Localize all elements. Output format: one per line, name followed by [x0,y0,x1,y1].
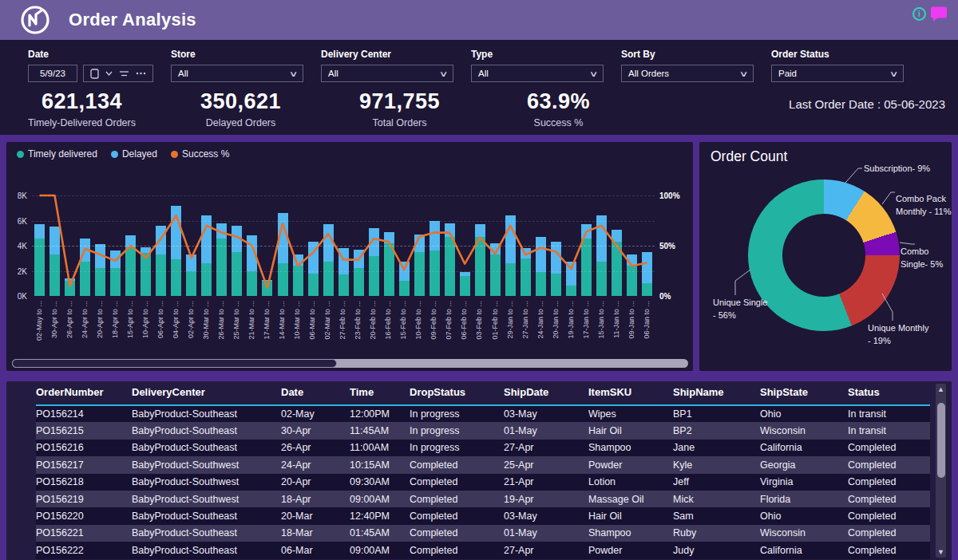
table-cell: 10:15AM [350,456,410,473]
column-header-date[interactable]: Date [281,381,350,405]
filter-store: StoreAll∨ [171,49,303,82]
x-axis-tick: 02-Mar to ... [321,301,336,357]
table-scrollbar-thumb[interactable] [937,403,945,478]
column-header-itemsku[interactable]: ItemSKU [588,381,673,405]
timely-segment [596,262,607,296]
chevron-down-icon[interactable] [105,71,113,76]
orders-table: OrderNumberDeliveryCenterDateTimeDropSta… [36,381,930,559]
delayed-segment [642,252,652,283]
x-axis-tick: 21-Mar to ... [244,301,259,357]
date-picker-tools[interactable] [83,65,153,82]
scroll-down-icon[interactable]: ▼ [936,546,946,558]
timely-segment [505,263,516,296]
gridline [32,246,655,246]
table-cell: Completed [848,525,930,542]
table-cell: Shampoo [588,440,673,456]
scroll-up-icon[interactable]: ▲ [936,384,946,395]
x-axis-tick: 19-Jan to ... [564,301,579,357]
date-input[interactable]: 5/9/23 [28,65,77,82]
kpi-success: 63.9%Success % [479,89,638,128]
table-row[interactable]: PO156216BabyProduct-Southeast26-Apr11:00… [36,440,930,456]
table-row[interactable]: PO156221BabyProduct-Southeast18-Mar01:45… [36,525,930,542]
table-row[interactable]: PO156219BabyProduct-Southwest18-Apr09:00… [36,491,930,507]
table-row[interactable]: PO156217BabyProduct-Southwest24-Apr10:15… [36,456,930,473]
legend-item-delayed[interactable]: Delayed [111,148,157,160]
filter-lines-icon[interactable] [119,70,129,77]
table-row[interactable]: PO156222BabyProduct-Southeast06-Mar09:00… [36,542,930,558]
timely-segment [323,262,334,296]
comment-icon[interactable] [930,6,948,22]
column-header-status[interactable]: Status [848,381,930,405]
column-header-shipstate[interactable]: ShipState [760,381,848,405]
column-header-shipdate[interactable]: ShipDate [504,381,588,405]
filter-sort-by-select[interactable]: All Orders∨ [621,65,754,82]
table-cell: Mick [673,491,760,507]
y2-axis-tick: 0% [659,292,693,301]
filter-order-status-select[interactable]: Paid∨ [771,65,904,82]
x-axis-tick: 15-Feb to ... [397,301,412,357]
legend-item-success[interactable]: Success % [171,148,229,160]
table-row[interactable]: PO156220BabyProduct-Southeast20-Mar12:40… [36,507,930,524]
x-axis-tick: 20-Apr to ... [93,301,108,357]
x-axis-tick: 10-Feb to ... [412,301,427,357]
table-scrollbar[interactable]: ▲ ▼ [936,384,946,558]
x-axis-tick: 04-Apr to ... [168,301,184,357]
table-cell: 03-May [504,507,588,524]
table-row[interactable]: PO156214BabyProduct-Southeast02-May12:00… [36,405,930,422]
table-cell: 30-Apr [281,422,350,439]
chart-zoom-slider[interactable] [12,359,688,368]
table-cell: Hair Oil [588,422,673,439]
table-cell: Ohio [760,405,848,422]
table-cell: BabyProduct-Southeast [132,542,281,558]
x-axis-tick: 10-Apr to ... [138,301,153,357]
x-axis-tick: 27-Feb to ... [336,301,351,357]
column-header-shipname[interactable]: ShipName [673,381,760,405]
table-row[interactable]: PO156215BabyProduct-Southeast30-Apr11:45… [36,422,930,439]
table-cell: Judy [673,542,760,558]
x-axis-tick: 20-Feb to ... [366,301,382,357]
chart-zoom-slider-range[interactable] [12,359,337,368]
legend-item-timely-delivered[interactable]: Timely delivered [17,148,97,160]
column-header-ordernumber[interactable]: OrderNumber [36,381,132,405]
table-cell: Completed [410,491,504,507]
table-cell: 11:00AM [350,440,410,456]
delayed-segment [505,215,516,263]
table-cell: Hair Oil [588,507,673,524]
filter-type-select[interactable]: All∨ [471,65,604,82]
x-axis-tick: 15-Apr to ... [123,301,138,357]
x-axis-tick: 02-May to ... [32,301,47,357]
selected-value: All [478,69,489,78]
timely-segment [34,239,45,296]
column-header-time[interactable]: Time [350,381,410,405]
ellipsis-icon[interactable] [136,72,146,75]
table-cell: 27-Apr [504,440,588,456]
table-cell: Virginia [760,474,848,491]
delayed-segment [186,254,196,270]
filter-delivery-center-select[interactable]: All∨ [321,65,453,82]
info-icon[interactable]: i [912,7,926,21]
delayed-segment [490,243,501,254]
table-cell: Jeff [673,474,760,491]
column-header-dropstatus[interactable]: DropStatus [410,381,504,405]
timely-segment [536,272,546,296]
chevron-down-icon: ∨ [438,69,448,78]
delayed-segment [369,228,379,256]
x-axis-tick: 18-Apr to ... [108,301,123,357]
delivery-trend-chart-panel: Timely deliveredDelayedSuccess % 8K6K4K2… [6,142,693,371]
table-cell: Wisconsin [760,525,848,542]
filter-store-select[interactable]: All∨ [171,65,303,82]
column-header-deliverycenter[interactable]: DeliveryCenter [132,381,281,405]
legend-label: Success % [182,148,229,160]
x-axis-tick: 09-Feb to ... [427,301,442,357]
donut-callout-combo-pack-monthly: Combo PackMonthly - 11% [896,193,952,219]
table-row[interactable]: PO156218BabyProduct-Southwest20-Apr09:30… [36,474,930,491]
order-analysis-dashboard: Order Analysis i Date5/9/23StoreAll∨Deli… [0,0,958,560]
x-axis-tick: 06-Feb to ... [457,301,473,357]
table-cell: BP2 [673,422,760,439]
table-cell: Completed [410,456,504,473]
table-cell: PO156221 [36,525,132,542]
device-icon[interactable] [90,69,99,79]
kpi-timely-delivered-orders: 621,134Timely-Delivered Orders [2,89,161,128]
timely-segment [581,239,592,296]
table-cell: 09:30AM [350,474,410,491]
